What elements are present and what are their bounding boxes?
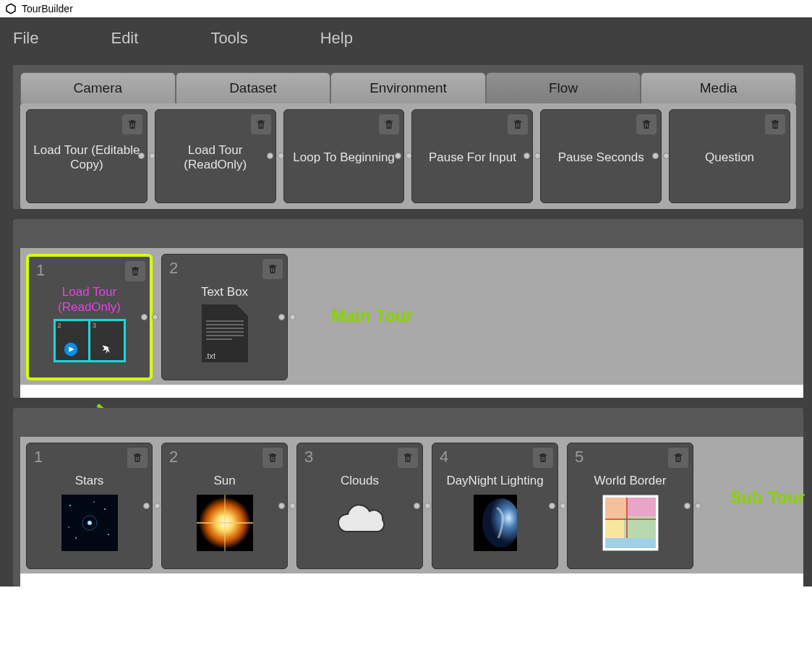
trash-icon[interactable] — [668, 448, 688, 468]
svg-point-6 — [104, 508, 106, 510]
menu-file[interactable]: File — [13, 26, 38, 51]
main-tour-slot-1[interactable]: 1 Load Tour (ReadOnly) 2 3 — [26, 254, 153, 380]
svg-point-9 — [93, 501, 95, 503]
sun-thumb-icon — [197, 495, 253, 551]
sub-tour-slot-2[interactable]: 2 Sun — [161, 443, 288, 569]
window-titlebar: TourBuilder — [0, 0, 812, 17]
trash-icon[interactable] — [251, 114, 271, 135]
trash-icon[interactable] — [125, 261, 145, 281]
subtour-preview-icon: 2 3 — [54, 319, 126, 362]
sub-tour-slot-3[interactable]: 3 Clouds — [296, 443, 423, 569]
tab-environment[interactable]: Environment — [330, 72, 486, 103]
menu-help[interactable]: Help — [320, 26, 353, 51]
svg-point-7 — [75, 537, 77, 539]
palette-tiles: Load Tour (Editable Copy) Load Tour (Rea… — [20, 103, 796, 209]
window-title: TourBuilder — [22, 3, 73, 14]
tab-camera[interactable]: Camera — [20, 72, 176, 103]
trash-icon[interactable] — [533, 448, 553, 468]
slot-number: 1 — [34, 448, 43, 466]
svg-rect-22 — [605, 538, 656, 548]
tile-label: Stars — [75, 474, 104, 488]
tile-label: DayNight Lighting — [446, 474, 543, 488]
connector-icon — [278, 503, 296, 510]
palette-tile-loop-beginning[interactable]: Loop To Beginning — [283, 109, 405, 203]
tile-label: Pause Seconds — [558, 150, 644, 165]
scrollbar-track[interactable] — [20, 385, 803, 398]
trash-icon[interactable] — [636, 114, 657, 135]
svg-point-8 — [108, 534, 109, 535]
map-thumb-icon — [602, 495, 659, 551]
main-tour-slot-2[interactable]: 2 Text Box .txt — [161, 254, 288, 380]
tile-label: Text Box — [201, 285, 248, 299]
sub-tour-slot-5[interactable]: 5 World Border — [567, 443, 693, 569]
slot-number: 5 — [575, 448, 584, 466]
svg-point-3 — [87, 521, 92, 525]
menu-tools[interactable]: Tools — [210, 26, 247, 51]
main-tour-section: 1 Load Tour (ReadOnly) 2 3 2 Text Box — [13, 219, 803, 398]
sub-tour-annotation: Sub Tour — [730, 487, 805, 508]
trash-icon[interactable] — [262, 448, 283, 468]
trash-icon[interactable] — [508, 114, 528, 135]
earth-thumb-icon — [467, 495, 523, 551]
connector-icon — [141, 314, 158, 321]
tile-label: Load Tour (Editable Copy) — [31, 143, 142, 173]
tile-label: Loop To Beginning — [293, 150, 395, 165]
slot-number: 2 — [169, 448, 178, 466]
tab-dataset[interactable]: Dataset — [176, 72, 331, 103]
tile-label: Load Tour (ReadOnly) — [160, 143, 271, 173]
menubar: File Edit Tools Help — [0, 17, 812, 59]
main-tour-annotation: Main Tour — [331, 306, 413, 326]
palette-tile-pause-input[interactable]: Pause For Input — [411, 109, 533, 203]
file-ext: .txt — [205, 351, 216, 360]
tile-label: Sun — [213, 474, 235, 488]
clouds-thumb-icon — [332, 495, 388, 551]
scrollbar-track[interactable] — [20, 573, 803, 587]
tile-label: Load Tour (ReadOnly) — [33, 285, 145, 315]
tab-media[interactable]: Media — [641, 72, 796, 103]
trash-icon[interactable] — [127, 448, 148, 468]
trash-icon[interactable] — [262, 259, 283, 279]
tile-label: Clouds — [341, 474, 379, 488]
svg-rect-18 — [605, 498, 627, 519]
palette-tile-load-tour-readonly[interactable]: Load Tour (ReadOnly) — [155, 109, 276, 203]
connector-icon — [395, 153, 412, 160]
connector-icon — [143, 503, 161, 510]
tabbar: Camera Dataset Environment Flow Media — [13, 65, 803, 103]
connector-icon — [278, 314, 296, 321]
palette-section: Camera Dataset Environment Flow Media Lo… — [13, 65, 803, 209]
svg-point-10 — [68, 526, 69, 528]
trash-icon[interactable] — [398, 448, 418, 468]
txt-file-icon: .txt — [202, 304, 248, 362]
tile-label: Question — [705, 150, 754, 165]
connector-icon — [267, 153, 284, 160]
sub-tour-section: 1 Stars 2 Sun 3 Clouds — [13, 408, 803, 587]
tab-flow[interactable]: Flow — [486, 72, 641, 103]
slot-number: 1 — [36, 261, 45, 280]
stars-thumb-icon — [61, 495, 118, 551]
connector-icon — [652, 153, 670, 160]
sub-tour-slot-1[interactable]: 1 Stars — [26, 443, 153, 569]
slot-number: 4 — [440, 448, 448, 466]
connector-icon — [523, 153, 541, 160]
svg-point-5 — [69, 505, 71, 506]
menu-edit[interactable]: Edit — [111, 26, 138, 51]
svg-rect-19 — [627, 498, 656, 516]
connector-icon — [414, 503, 431, 510]
trash-icon[interactable] — [765, 114, 785, 135]
trash-icon[interactable] — [122, 114, 142, 135]
tile-label: World Border — [594, 474, 667, 488]
connector-icon — [684, 503, 701, 510]
connector-icon — [138, 153, 155, 160]
unity-icon — [4, 2, 17, 15]
sub-tour-slot-4[interactable]: 4 DayNight Lighting — [432, 443, 558, 569]
slot-number: 3 — [304, 448, 313, 466]
palette-tile-pause-seconds[interactable]: Pause Seconds — [540, 109, 662, 203]
palette-tile-load-tour-editable[interactable]: Load Tour (Editable Copy) — [26, 109, 148, 203]
palette-tile-question[interactable]: Question — [669, 109, 790, 203]
slot-number: 2 — [169, 259, 178, 278]
tile-label: Pause For Input — [429, 150, 516, 165]
connector-icon — [549, 503, 566, 510]
trash-icon[interactable] — [379, 114, 399, 135]
